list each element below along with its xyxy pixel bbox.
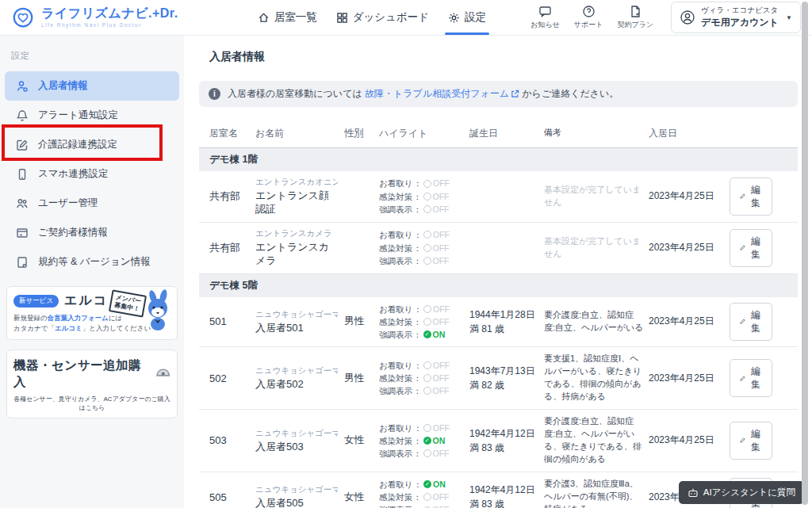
edit-square-icon <box>16 139 29 151</box>
person-icon <box>16 80 29 93</box>
resident-name-cell: ニュウキョシャゴーマ... 入居者505 <box>255 484 344 508</box>
support-button[interactable]: サポート <box>574 5 603 30</box>
nav-room-list[interactable]: 居室一覧 <box>248 0 327 35</box>
resident-name: 入居者505 <box>255 497 338 508</box>
status-off-icon <box>423 387 431 395</box>
trouble-form-link[interactable]: 故障・トラブル相談受付フォーム <box>365 87 519 101</box>
resident-name: 入居者503 <box>255 441 338 454</box>
ai-assistant-button[interactable]: AIアシスタントに質問 <box>679 481 804 504</box>
card-icon <box>16 227 29 239</box>
pencil-icon <box>740 192 745 201</box>
recruiting-sign: メンバー募集中！ <box>109 289 147 317</box>
edit-button[interactable]: 編集 <box>730 229 772 267</box>
logo-subtitle: Life Rhythm Navi Plus Doctor <box>41 22 178 28</box>
pencil-icon <box>740 436 745 445</box>
status-off-icon <box>423 493 431 501</box>
move-in-date: 2023年4月25日 <box>649 189 730 203</box>
table-row: 502 ニュウキョシャゴーマ... 入居者502 男性 お看取り：OFF感染対策… <box>199 347 798 410</box>
settings-sidebar: 設定 入居者情報 アラート通知設定 介護記録連携設定 スマホ連携設定 ユーザー管… <box>0 36 184 508</box>
birthday: 1942年4月12日満 83 歳 <box>469 426 544 455</box>
resident-name-cell: エントランスカメラ エントランスカメラ <box>255 228 344 268</box>
status-on-icon: ✓ <box>423 437 431 445</box>
sensor-purchase-promo-card[interactable]: 機器・センサー追加購入 各種センサー、見守りカメラ、ACアダプターのご購入はこち… <box>6 349 178 418</box>
page-title: 入居者情報 <box>209 50 798 64</box>
gender: 男性 <box>344 315 379 328</box>
info-icon: i <box>209 88 220 100</box>
dome-camera-icon <box>155 368 170 380</box>
robot-icon <box>688 488 699 498</box>
resident-name-cell: ニュウキョシャゴーマ... 入居者501 <box>255 309 344 335</box>
birthday: 1943年7月13日満 82 歳 <box>469 364 544 392</box>
main-nav: 居室一覧 ダッシュボード 設定 <box>248 0 496 35</box>
remark: 要介護3、認知症度Ⅲa、ヘルパーの有無(不明)、持病がある <box>544 478 649 508</box>
sidebar-item-user-management[interactable]: ユーザー管理 <box>5 189 179 218</box>
birthday: 1942年4月12日満 83 歳 <box>469 483 544 508</box>
home-icon <box>258 12 270 24</box>
room-name: 501 <box>209 315 255 327</box>
users-icon <box>16 197 29 210</box>
remark: 要介護度:自立、認知症度:自立、ヘルパーがいる <box>544 309 649 334</box>
resident-name-cell: ニュウキョシャゴーマ... 入居者503 <box>255 428 344 454</box>
sensor-purchase-subtitle: 各種センサー、見守りカメラ、ACアダプターのご購入はこちら <box>13 395 170 412</box>
avatar-icon <box>680 10 695 25</box>
move-in-date: 2023年4月25日 <box>649 241 730 254</box>
room-name: 503 <box>209 434 255 446</box>
account-org: ヴィラ・エコナビスタ <box>701 6 779 16</box>
edit-button[interactable]: 編集 <box>730 359 772 397</box>
sidebar-item-alert-settings[interactable]: アラート通知設定 <box>5 101 179 130</box>
edit-button[interactable]: 編集 <box>730 422 772 460</box>
room-name: 502 <box>209 372 255 384</box>
room-name: 505 <box>209 491 255 503</box>
announcements-button[interactable]: お知らせ <box>530 5 560 30</box>
account-name: デモ用アカウント <box>701 16 779 29</box>
sidebar-item-care-record-link[interactable]: 介護記録連携設定 <box>5 130 179 159</box>
nav-settings[interactable]: 設定 <box>439 0 496 35</box>
vertical-scrollbar[interactable] <box>802 2 808 505</box>
resident-name-cell: エントランスカオニン... エントランス顔認証 <box>255 177 344 216</box>
edit-button[interactable]: 編集 <box>730 303 772 341</box>
resident-name: エントランスカメラ <box>255 241 338 268</box>
announcement-icon <box>538 5 552 18</box>
rabbit-mascot-icon <box>142 289 174 330</box>
main-content: 入居者情報 i 入居者様の居室移動については 故障・トラブル相談受付フォーム か… <box>184 36 812 508</box>
external-link-icon <box>511 90 519 98</box>
move-in-date: 2023年4月25日 <box>649 372 730 385</box>
status-on-icon: ✓ <box>423 480 431 488</box>
resident-kana: エントランスカオニン... <box>255 177 338 188</box>
contract-plan-button[interactable]: 契約プラン <box>617 5 653 30</box>
remark: 要支援1、認知症度Ⅰ、ヘルパーがいる、寝たきりである、徘徊の傾向がある、持病があ… <box>544 353 649 403</box>
contract-plan-icon <box>629 5 642 18</box>
status-off-icon <box>423 205 431 213</box>
bell-icon <box>16 109 29 122</box>
status-off-icon <box>423 231 431 239</box>
sidebar-item-resident-info[interactable]: 入居者情報 <box>5 71 179 101</box>
remark: 要介護度:自立、認知症度:自立、ヘルパーがいる、寝たきりである、徘徊の傾向がある <box>544 415 649 466</box>
header-utilities: お知らせ サポート 契約プラン ヴィラ・エコナビスタ デモ用アカウント ▼ <box>530 0 801 35</box>
elcomi-promo-card[interactable]: 新サービス エルコミ メンバー募集中！ 新規登録の合言葉入力フ <box>6 286 178 340</box>
highlight-statuses: お看取り：OFF感染対策：✓ON強調表示：OFF <box>379 422 469 460</box>
table-row: 共有部 エントランスカオニン... エントランス顔認証 お看取り：OFF感染対策… <box>199 171 798 223</box>
gear-icon <box>448 12 460 24</box>
pencil-icon <box>740 317 745 326</box>
app-logo[interactable]: ライフリズムナビ.+Dr. Life Rhythm Navi Plus Doct… <box>11 0 178 35</box>
table-row: 共有部 エントランスカメラ エントランスカメラ お看取り：OFF感染対策：OFF… <box>199 223 798 274</box>
logo-icon <box>11 6 35 29</box>
resident-name: エントランス顔認証 <box>255 189 338 216</box>
sidebar-section-title: 設定 <box>11 50 184 62</box>
resident-kana: ニュウキョシャゴーマ... <box>255 484 338 495</box>
highlight-statuses: お看取り：OFF感染対策：OFF強調表示：OFF <box>379 177 469 216</box>
status-off-icon <box>423 257 431 265</box>
table-header-row: 居室名 お名前 性別 ハイライト 誕生日 備考 入居日 <box>199 121 798 148</box>
account-menu[interactable]: ヴィラ・エコナビスタ デモ用アカウント ▼ <box>671 2 801 33</box>
move-in-date: 2023年4月25日 <box>649 434 730 447</box>
pencil-icon <box>740 243 745 252</box>
status-off-icon <box>423 305 431 313</box>
move-in-date: 2023年4月25日 <box>649 315 730 328</box>
edit-button[interactable]: 編集 <box>730 178 772 216</box>
sidebar-item-smartphone-link[interactable]: スマホ連携設定 <box>5 159 179 189</box>
sidebar-item-contractor-info[interactable]: ご契約者様情報 <box>5 218 179 247</box>
nav-dashboard[interactable]: ダッシュボード <box>327 0 439 35</box>
sidebar-item-terms-version[interactable]: 規約等 & バージョン情報 <box>5 247 179 277</box>
resident-kana: ニュウキョシャゴーマ... <box>255 428 338 439</box>
new-service-badge: 新サービス <box>13 295 59 307</box>
